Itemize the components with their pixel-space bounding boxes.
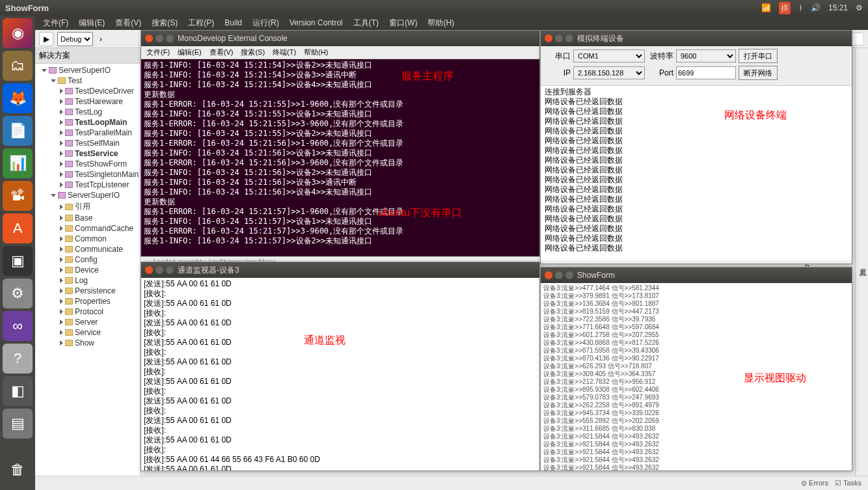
menu-item[interactable]: 工具(T)	[349, 16, 383, 30]
simulator-log[interactable]: 连接到服务器网络设备已经返回数据网络设备已经返回数据网络设备已经返回数据网络设备…	[541, 86, 852, 260]
maximize-icon[interactable]	[166, 266, 174, 274]
menu-item[interactable]: Version Control	[286, 17, 347, 29]
trash-icon[interactable]: 🗑	[3, 455, 33, 485]
open-serial-button[interactable]: 打开串口	[739, 49, 778, 63]
close-icon[interactable]	[145, 266, 153, 274]
menu-item[interactable]: 编辑(E)	[175, 46, 204, 59]
tree-item[interactable]: Properties	[35, 296, 140, 306]
firefox-icon[interactable]: 🦊	[3, 83, 33, 113]
calc-icon[interactable]: 📊	[3, 148, 33, 178]
tree-item[interactable]: Service	[35, 327, 140, 338]
menu-item[interactable]: 终端(T)	[270, 46, 299, 59]
close-icon[interactable]	[545, 271, 552, 279]
chanmon-titlebar[interactable]: 通道监视器-设备3	[141, 262, 539, 278]
maximize-icon[interactable]	[565, 271, 573, 279]
network-icon[interactable]: 📶	[761, 3, 771, 12]
app-icon[interactable]: ◧	[3, 376, 33, 406]
tree-item[interactable]: Device	[35, 265, 140, 275]
tree-item[interactable]: Base	[35, 213, 140, 223]
tree-item[interactable]: ServerSuperIO	[35, 65, 140, 75]
tree-item[interactable]: TestDeviceDriver	[35, 86, 140, 96]
chanmon-output[interactable]: [发送]:55 AA 00 61 61 0D[接收]:[发送]:55 AA 00…	[141, 278, 539, 470]
tree-item[interactable]: TestLoopMain	[35, 117, 140, 128]
impress-icon[interactable]: 📽	[3, 181, 33, 211]
menu-item[interactable]: 查看(V)	[207, 46, 236, 59]
tree-item[interactable]: Protocol	[35, 306, 140, 317]
close-icon[interactable]	[545, 34, 552, 42]
errors-tab[interactable]: ⊘ Errors	[801, 479, 828, 487]
tree-item[interactable]: 引用	[35, 200, 140, 213]
simulator-titlebar[interactable]: 模拟终端设备	[541, 31, 852, 46]
menu-item[interactable]: 文件(F)	[144, 46, 172, 59]
tree-item[interactable]: TestSelfMain	[35, 138, 140, 148]
terminal-icon[interactable]: ▣	[3, 246, 33, 276]
menu-item[interactable]: 搜索(S)	[148, 16, 182, 30]
monodevelop-icon[interactable]: ∞	[3, 311, 33, 341]
menu-item[interactable]: 运行(R)	[249, 16, 283, 30]
software-icon[interactable]: A	[3, 213, 33, 243]
menu-item[interactable]: 查看(V)	[111, 16, 145, 30]
tree-item[interactable]: Show	[35, 338, 140, 348]
minimize-icon[interactable]	[156, 266, 163, 274]
writer-icon[interactable]: 📄	[3, 116, 33, 146]
ide-menubar: 文件(F)编辑(E)查看(V)搜索(S)工程(P)Build运行(R)Versi…	[35, 16, 868, 30]
tree-item[interactable]: Server	[35, 317, 140, 327]
console-output[interactable]: 服务1-INFO: [16-03-24 15:21:54]>>设备2>>未知通讯…	[141, 59, 539, 258]
maximize-icon[interactable]	[166, 34, 174, 42]
ip-select[interactable]: 2.168.150.128	[573, 66, 645, 79]
port-label: Port	[647, 68, 673, 77]
tree-item[interactable]: TestShowForm	[35, 159, 140, 169]
system-indicators[interactable]: 📶 拼 ᚼ 🔊 15:21 ⚙	[761, 2, 863, 14]
showform-titlebar[interactable]: ShowForm	[541, 267, 852, 283]
clock[interactable]: 15:21	[828, 3, 848, 12]
serial-select[interactable]: COM1	[573, 49, 645, 62]
help-icon[interactable]: ?	[3, 344, 33, 374]
tree-item[interactable]: TestLog	[35, 107, 140, 117]
sound-icon[interactable]: 🔊	[811, 3, 821, 12]
settings-icon[interactable]: ⚙	[3, 279, 33, 308]
annotation-serial: ubuntu下没有串口	[378, 206, 462, 220]
console-titlebar[interactable]: MonoDevelop External Console	[141, 31, 539, 46]
tree-item[interactable]: Config	[35, 254, 140, 265]
annotation-netdev: 网络设备终端	[724, 109, 787, 122]
minimize-icon[interactable]	[555, 271, 563, 279]
menu-item[interactable]: 帮助(H)	[424, 16, 458, 30]
right-tool-tabs: 工具栏单元测试属性Document Outline	[855, 48, 868, 476]
solution-tree[interactable]: ServerSuperIOTestTestDeviceDriverTestHar…	[35, 64, 140, 476]
menu-item[interactable]: 工程(P)	[184, 16, 218, 30]
files-icon[interactable]: 🗂	[3, 51, 33, 81]
tree-item[interactable]: Communicate	[35, 244, 140, 254]
minimize-icon[interactable]	[156, 34, 163, 42]
menu-item[interactable]: 帮助(H)	[301, 46, 331, 59]
app2-icon[interactable]: ▤	[3, 409, 33, 439]
tree-item[interactable]: TestSingletonMain	[35, 169, 140, 180]
tree-item[interactable]: Persistence	[35, 286, 140, 296]
config-select[interactable]: Debug	[57, 32, 93, 46]
tree-item[interactable]: Common	[35, 234, 140, 244]
maximize-icon[interactable]	[565, 34, 573, 42]
tree-item[interactable]: TestHareware	[35, 96, 140, 107]
tree-item[interactable]: TestTcpListener	[35, 180, 140, 190]
tree-item[interactable]: CommandCache	[35, 223, 140, 234]
menu-item[interactable]: 搜索(S)	[238, 46, 267, 59]
port-input[interactable]	[676, 66, 736, 79]
run-button[interactable]: ▶	[39, 32, 53, 46]
menu-item[interactable]: 编辑(E)	[75, 16, 109, 30]
tree-item[interactable]: Test	[35, 75, 140, 86]
tasks-tab[interactable]: ☑ Tasks	[835, 479, 861, 487]
keyboard-icon[interactable]: 拼	[779, 2, 791, 14]
tree-item[interactable]: TestService	[35, 148, 140, 159]
dash-icon[interactable]: ◉	[3, 18, 33, 48]
menu-item[interactable]: 窗口(W)	[385, 16, 421, 30]
baud-select[interactable]: 9600	[676, 49, 736, 62]
disconnect-button[interactable]: 断开网络	[739, 66, 778, 80]
bluetooth-icon[interactable]: ᚼ	[798, 3, 803, 12]
menu-item[interactable]: 文件(F)	[39, 16, 72, 30]
close-icon[interactable]	[145, 34, 153, 42]
gear-icon[interactable]: ⚙	[856, 3, 863, 12]
tree-item[interactable]: ServerSuperIO	[35, 190, 140, 200]
menu-item[interactable]: Build	[221, 17, 246, 29]
minimize-icon[interactable]	[555, 34, 563, 42]
tree-item[interactable]: Log	[35, 275, 140, 286]
tree-item[interactable]: TestParallelMain	[35, 128, 140, 138]
